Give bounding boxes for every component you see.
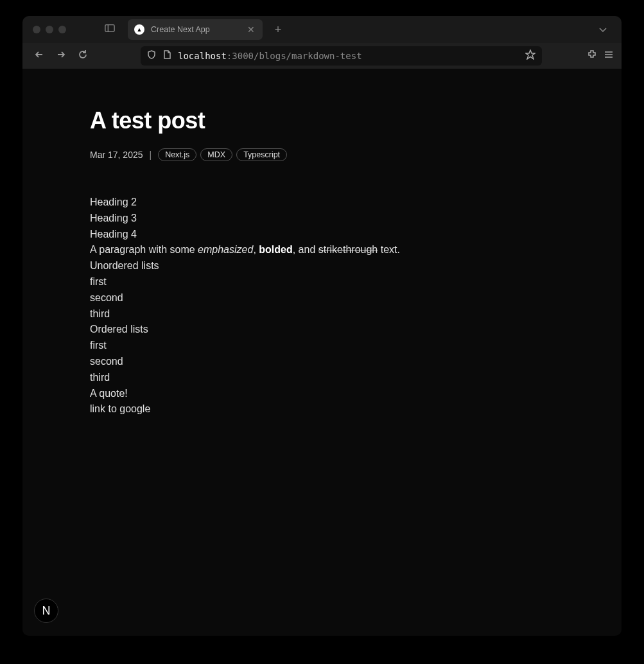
tag[interactable]: Typescript [236, 148, 287, 161]
strikethrough-text: strikethrough [318, 244, 378, 255]
tab-favicon: ▲ [134, 24, 144, 35]
back-button[interactable] [30, 47, 48, 65]
plus-icon: + [275, 23, 282, 36]
tabs-dropdown-button[interactable] [598, 24, 607, 35]
star-icon [525, 51, 535, 62]
puzzle-icon [587, 51, 597, 62]
traffic-lights [29, 26, 73, 33]
url-host: localhost [178, 51, 227, 61]
new-tab-button[interactable]: + [270, 23, 286, 37]
paragraph-text: text. [378, 244, 400, 255]
quote: A quote! [90, 386, 554, 402]
post-body: Heading 2 Heading 3 Heading 4 A paragrap… [90, 195, 554, 417]
bolded-text: bolded [259, 244, 292, 255]
nextjs-dev-badge[interactable]: N [34, 598, 58, 623]
list-item: first [90, 338, 554, 354]
unordered-lists-label: Unordered lists [90, 258, 554, 274]
reload-button[interactable] [74, 47, 92, 65]
url-bar[interactable]: localhost:3000/blogs/markdown-test [141, 46, 542, 66]
browser-toolbar: localhost:3000/blogs/markdown-test [22, 43, 622, 69]
browser-window: ▲ Create Next App ✕ + [22, 16, 622, 636]
ordered-lists-label: Ordered lists [90, 322, 554, 338]
tag[interactable]: MDX [200, 148, 232, 161]
paragraph-text: , [253, 244, 259, 255]
arrow-right-icon [56, 49, 66, 62]
tags-container: Next.js MDX Typescript [158, 148, 287, 161]
list-item: second [90, 354, 554, 370]
list-item: first [90, 274, 554, 290]
arrow-left-icon [34, 49, 44, 62]
paragraph-text: , and [293, 244, 318, 255]
reload-icon [78, 49, 88, 62]
svg-marker-4 [526, 50, 535, 59]
nextjs-icon: N [42, 604, 51, 618]
extensions-button[interactable] [587, 49, 597, 62]
heading-3: Heading 3 [90, 211, 554, 227]
post-title: A test post [90, 107, 554, 134]
page-content: A test post Mar 17, 2025 | Next.js MDX T… [22, 69, 622, 636]
shield-icon [147, 50, 156, 62]
tab-close-button[interactable]: ✕ [246, 24, 256, 35]
meta-separator: | [150, 150, 152, 160]
window-close-button[interactable] [33, 26, 40, 33]
sidebar-toggle-button[interactable] [102, 22, 117, 37]
tag[interactable]: Next.js [158, 148, 196, 161]
list-item: third [90, 370, 554, 386]
url-path: :3000/blogs/markdown-test [227, 51, 362, 61]
svg-rect-0 [105, 25, 114, 32]
sidebar-icon [105, 24, 115, 35]
heading-4: Heading 4 [90, 227, 554, 243]
window-maximize-button[interactable] [58, 26, 66, 33]
browser-tab[interactable]: ▲ Create Next App ✕ [128, 19, 263, 40]
list-item: second [90, 290, 554, 306]
forward-button[interactable] [52, 47, 70, 65]
hamburger-icon [604, 51, 614, 62]
emphasized-text: emphasized [198, 244, 253, 255]
post-date: Mar 17, 2025 [90, 150, 143, 160]
chevron-down-icon [598, 24, 607, 35]
url-text: localhost:3000/blogs/markdown-test [178, 51, 519, 61]
paragraph: A paragraph with some emphasized, bolded… [90, 242, 554, 258]
post-meta: Mar 17, 2025 | Next.js MDX Typescript [90, 148, 554, 161]
paragraph-text: A paragraph with some [90, 244, 198, 255]
link[interactable]: link to google [90, 401, 554, 417]
tab-title: Create Next App [151, 25, 239, 34]
app-menu-button[interactable] [604, 49, 614, 62]
list-item: third [90, 306, 554, 322]
close-icon: ✕ [247, 24, 255, 35]
page-icon [162, 50, 171, 62]
heading-2: Heading 2 [90, 195, 554, 211]
window-minimize-button[interactable] [46, 26, 53, 33]
tab-bar: ▲ Create Next App ✕ + [22, 16, 622, 43]
bookmark-button[interactable] [525, 49, 535, 62]
